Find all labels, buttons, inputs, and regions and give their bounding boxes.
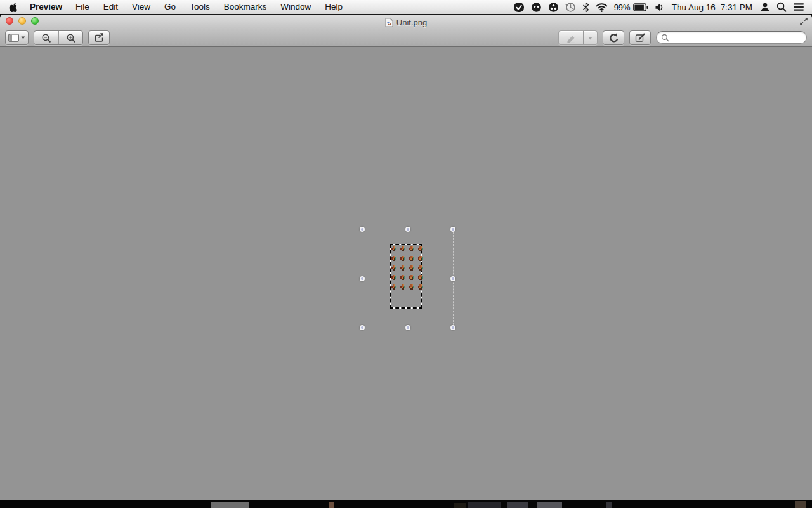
selection-handle-bottom-left[interactable] [360, 325, 365, 330]
menu-item-preview[interactable]: Preview [23, 0, 69, 14]
menubar-status-area: 99% Thu Aug 16 7:31 PM [513, 2, 804, 13]
apple-menu[interactable] [9, 2, 18, 13]
marker-pen-icon [566, 34, 576, 43]
unit-sprite [418, 284, 419, 286]
zoom-in-button[interactable] [58, 31, 82, 45]
zoom-in-icon [66, 33, 76, 43]
selection-handle-middle-right[interactable] [450, 276, 455, 281]
minimize-button[interactable] [18, 17, 26, 25]
desktop-fragment [795, 501, 806, 508]
desktop-fragment [454, 503, 466, 508]
rotate-left-button[interactable] [603, 30, 624, 45]
sidebar-view-button[interactable] [5, 30, 29, 45]
unit-sprite [400, 284, 402, 286]
unit-sprite [409, 256, 410, 257]
battery-indicator[interactable]: 99% [614, 3, 648, 12]
sprite-grid [391, 246, 423, 297]
desktop-strip [0, 500, 812, 508]
menu-item-file[interactable]: File [69, 0, 96, 14]
unit-sprite [409, 246, 410, 248]
battery-percent-label: 99% [614, 3, 631, 12]
unit-sprite [409, 265, 410, 267]
selection-handle-top-right[interactable] [450, 227, 455, 232]
menubar-clock[interactable]: Thu Aug 16 7:31 PM [671, 3, 754, 12]
desktop-fragment [468, 502, 501, 508]
unit-sprite [400, 256, 402, 257]
user-icon[interactable] [760, 2, 770, 12]
unit-sprite [409, 275, 410, 276]
zoom-out-icon [41, 33, 51, 43]
menu-item-tools[interactable]: Tools [183, 0, 217, 14]
title-group: Unit.png [385, 18, 427, 27]
chevron-down-icon [21, 36, 25, 39]
desktop-fragment [537, 502, 562, 508]
zoom-segmented-control [34, 30, 83, 45]
wifi-icon[interactable] [596, 3, 608, 12]
selection-handle-bottom-middle[interactable] [405, 325, 410, 330]
search-icon [661, 34, 669, 42]
sidebar-icon [8, 34, 19, 42]
menu-list: PreviewFileEditViewGoToolsBookmarksWindo… [23, 0, 350, 14]
unit-sprite [400, 265, 402, 267]
volume-icon[interactable] [655, 3, 664, 12]
close-button[interactable] [6, 17, 13, 25]
menu-item-edit[interactable]: Edit [96, 0, 125, 14]
screen: PreviewFileEditViewGoToolsBookmarksWindo… [0, 0, 812, 508]
markup-segmented-control [558, 30, 598, 45]
markup-dropdown-button[interactable] [583, 31, 597, 45]
checkmark-badge-icon[interactable] [513, 2, 525, 13]
image-canvas[interactable] [0, 47, 812, 500]
traffic-lights [6, 17, 39, 25]
desktop-fragment [508, 502, 528, 508]
edit-toolbar-button[interactable] [629, 30, 651, 45]
desktop-fragment [211, 502, 249, 508]
time-machine-icon[interactable] [565, 2, 576, 13]
desktop-fragment [606, 502, 612, 508]
unit-sprite [391, 256, 393, 257]
unit-sprite [409, 284, 410, 286]
menu-item-view[interactable]: View [125, 0, 157, 14]
dots-circle-icon[interactable] [531, 2, 542, 13]
spotlight-search-icon[interactable] [776, 2, 787, 12]
window-header: Unit.png [0, 15, 812, 47]
selection-handle-bottom-right[interactable] [450, 325, 455, 330]
rotate-left-icon [608, 32, 619, 43]
unit-sprite [391, 246, 393, 248]
zoom-out-button[interactable] [34, 31, 58, 45]
menubar-date: Thu Aug 16 [672, 3, 716, 12]
window-title: Unit.png [396, 18, 427, 27]
unit-sprite [418, 256, 419, 257]
selection-handle-top-middle[interactable] [405, 227, 410, 232]
unit-sprite [391, 284, 393, 286]
search-field[interactable] [656, 31, 807, 44]
selection-handle-middle-left[interactable] [360, 276, 365, 281]
apple-logo-icon [9, 2, 18, 13]
unit-sprite [418, 246, 419, 248]
desktop-fragment [329, 502, 334, 508]
titlebar[interactable]: Unit.png [0, 15, 812, 28]
unit-sprite [400, 246, 402, 248]
unit-sprite [391, 265, 393, 267]
toolbar [0, 28, 812, 47]
document-proxy-icon[interactable] [385, 18, 393, 27]
chevron-down-icon [588, 37, 593, 40]
edit-pencil-icon [635, 32, 646, 43]
search-input[interactable] [672, 32, 802, 43]
menu-item-bookmarks[interactable]: Bookmarks [217, 0, 274, 14]
menu-bar: PreviewFileEditViewGoToolsBookmarksWindo… [0, 0, 812, 14]
unit-sprite [391, 275, 393, 276]
bluetooth-icon[interactable] [582, 2, 589, 13]
menu-item-help[interactable]: Help [318, 0, 350, 14]
zoom-button[interactable] [31, 17, 39, 25]
menu-item-window[interactable]: Window [273, 0, 318, 14]
fullscreen-icon[interactable] [799, 17, 808, 26]
selection-handle-top-left[interactable] [360, 227, 365, 232]
share-button[interactable] [88, 30, 110, 45]
markup-button[interactable] [559, 31, 583, 45]
menubar-time: 7:31 PM [721, 3, 752, 12]
preview-window: Unit.png [0, 15, 812, 500]
notification-center-icon[interactable] [793, 3, 804, 11]
menu-item-go[interactable]: Go [157, 0, 183, 14]
cluster-circle-icon[interactable] [548, 2, 559, 13]
share-icon [94, 32, 105, 43]
